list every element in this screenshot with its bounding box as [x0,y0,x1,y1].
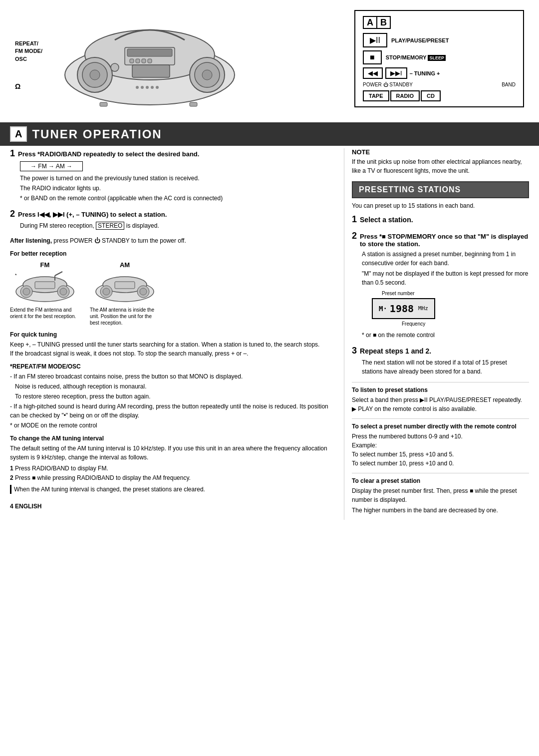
presetting-step3-title: Repeat steps 1 and 2. [360,347,431,355]
svg-point-17 [111,63,119,71]
cd-btn[interactable]: CD [421,90,441,101]
presetting-step2-title: Press *■ STOP/MEMORY once so that "M" is… [360,233,529,248]
left-column: 1 Press *RADIO/BAND repeatedly to select… [10,148,344,520]
svg-point-18 [136,86,139,89]
svg-rect-16 [190,102,197,106]
step1-body2: The RADIO indicator lights up. [20,184,336,193]
fm-device-svg: * [12,271,77,303]
stop-btn[interactable]: ■ [363,50,382,64]
presetting-step2: 2 Press *■ STOP/MEMORY once so that "M" … [352,231,529,340]
band-label: BAND [502,82,516,87]
repeat-bullet1: - If an FM stereo broadcast contains noi… [10,372,336,381]
power-standby-label: POWER ⏻ STANDBY [363,82,413,87]
step1-body1: The power is turned on and the previousl… [20,174,336,183]
step-2: 2 Press I◀◀, ▶▶I (+, – TUNING) to select… [10,209,336,230]
radio-btn[interactable]: RADIO [390,90,420,101]
svg-text:*: * [15,273,17,278]
stop-label: STOP/MEMORY SLEEP [386,54,446,60]
preset-number-label: Preset number [382,290,529,297]
divider1 [352,382,529,382]
step2-title: Press I◀◀, ▶▶I (+, – TUNING) to select a… [18,211,167,218]
next-btn[interactable]: ▶▶I [385,67,407,79]
svg-line-30 [55,272,62,276]
select-preset-ex2: To select number 10, press +10 and 0. [352,459,529,468]
select-preset-body1: Press the numbered buttons 0-9 and +10. [352,432,529,441]
am-caption: The AM antenna is inside the unit. Posit… [90,307,160,326]
svg-point-21 [151,86,154,89]
svg-point-28 [60,288,67,295]
page-language: ENGLISH [15,503,41,510]
power-band-row: POWER ⏻ STANDBY BAND [363,82,516,87]
b-box: B [376,16,391,29]
select-preset-title: To select a preset number directly with … [352,423,529,430]
presetting-intro: You can preset up to 15 stations in each… [352,202,529,209]
svg-point-36 [103,288,110,295]
prev-btn[interactable]: ◀◀ [363,67,383,79]
fm-caption: Extend the FM antenna and orient it for … [10,307,80,320]
note-title: NOTE [352,148,529,156]
listen-preset-body1: Select a band then press ▶II PLAY/PAUSE/… [352,395,529,404]
fm-label: FM [10,261,80,269]
am-tuning-steps: 1 Press RADIO/BAND to display FM. 2 Pres… [10,464,336,483]
presetting-step2-body1: A station is assigned a preset number, b… [362,250,529,268]
note-section: NOTE If the unit picks up noise from oth… [352,148,529,175]
presetting-step3-number: 3 [352,346,357,356]
listen-preset-title: To listen to preset stations [352,386,529,393]
repeat-bullet2: - If a high-pitched sound is heard durin… [10,402,336,420]
note-body: If the unit picks up noise from other el… [352,157,529,175]
presetting-step1-title: Select a station. [360,216,413,224]
listen-preset-section: To listen to preset stations Select a ba… [352,386,529,413]
presetting-title: PRESETTING STATIONS [359,185,461,194]
svg-rect-15 [100,102,107,106]
svg-point-26 [23,288,30,295]
tape-btn[interactable]: TAPE [363,90,389,101]
play-pause-btn[interactable]: ▶II [363,33,387,47]
after-listening: After listening, press POWER ⏻ STANDBY t… [10,236,336,245]
fm-am-row: FM * [10,261,336,326]
step1-arrow-row: → FM → AM → [20,161,336,171]
step1-number: 1 [10,148,15,159]
svg-rect-10 [130,59,134,63]
step1-body3: * or BAND on the remote control (applica… [20,194,336,203]
preset-display-area: M· 1988 MHz [372,298,435,319]
section-header: A TUNER OPERATION [0,122,539,146]
a-box: A [363,16,377,29]
play-pause-label: PLAY/PAUSE/PRESET [391,37,449,43]
after-listening-bold: After listening, [10,237,52,244]
svg-rect-29 [35,282,55,289]
fm-item: FM * [10,261,80,326]
tape-radio-cd-row: TAPE RADIO CD [363,90,516,101]
repeat-bullet1c: To restore stereo reception, press the b… [15,392,336,401]
presetting-step3-body: The next station will not be stored if a… [362,358,529,376]
quick-tuning-body: Keep +, – TUNING pressed until the tuner… [10,340,336,358]
select-preset-example: Example: [352,441,529,450]
presetting-step1-number: 1 [352,214,357,225]
right-column: NOTE If the unit picks up noise from oth… [344,148,529,520]
preset-mhz-label: MHz [418,305,428,313]
step2-body2: is displayed. [126,222,159,229]
page-footer: 4 ENGLISH [10,499,336,510]
am-tuning-footer: When the AM tuning interval is changed, … [10,485,336,494]
sleep-badge: SLEEP [428,55,446,61]
presetting-step2-body2: "M" may not be displayed if the button i… [362,269,529,287]
svg-rect-13 [148,59,152,63]
listen-preset-body2: ▶ PLAY on the remote control is also ava… [352,404,529,413]
section-letter: A [10,126,27,142]
top-section: REPEAT/FM MODE/OSC Ω [0,0,539,120]
presetting-step2-remote-note: * or ■ on the remote control [362,331,529,340]
svg-rect-11 [136,59,140,63]
step-1: 1 Press *RADIO/BAND repeatedly to select… [10,148,336,203]
stop-memory-row: ■ STOP/MEMORY SLEEP [363,50,516,64]
section-title: TUNER OPERATION [32,127,162,141]
am-label: AM [90,261,160,269]
tuning-label: – TUNING + [410,70,440,76]
repeat-fm-osc-label: REPEAT/FM MODE/OSC [15,40,42,63]
arrow-box: → FM → AM → [20,161,83,171]
select-preset-ex1: To select number 15, press +10 and 5. [352,450,529,459]
step1-title: Press *RADIO/BAND repeatedly to select t… [18,150,199,158]
am-item: AM The AM antenna is inside the unit. Po… [90,261,160,326]
svg-point-38 [140,288,147,295]
svg-point-19 [141,86,144,89]
remote-box: A B ▶II PLAY/PAUSE/PRESET ■ STOP/MEMORY … [354,10,524,107]
preset-frequency-label: Frequency [402,320,529,328]
